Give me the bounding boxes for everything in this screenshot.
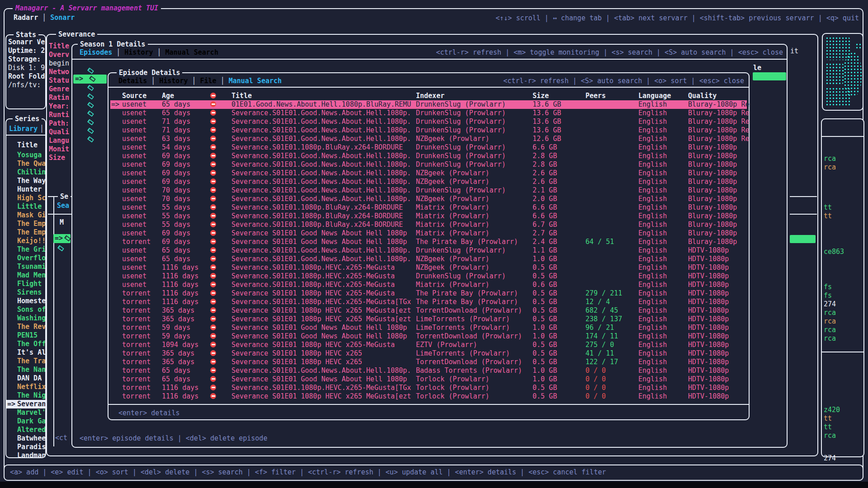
series-item[interactable]: Sons of <box>17 305 45 314</box>
release-row[interactable]: torrent1116 daysSeverance.S01E01.1080p.H… <box>108 384 750 392</box>
release-quality: Bluray-1080p Re <box>688 117 749 126</box>
series-item[interactable]: Chillin <box>17 168 45 177</box>
release-title: Severance.S01E01.Good.News.About.Hell.10… <box>231 366 411 375</box>
series-item[interactable]: PEN15 <box>17 331 38 340</box>
release-row[interactable]: usenet69 daysSeverance.S01E01.Good.News.… <box>108 160 750 169</box>
release-row[interactable]: usenet1116 daysSeverance.S01E01.1080p.HE… <box>108 281 750 289</box>
release-row[interactable]: usenet1116 daysSeverance.S01E01.1080p.HE… <box>108 263 750 272</box>
release-row[interactable]: usenet70 daysSeverance.S01E01.Good.News.… <box>108 186 750 195</box>
release-row[interactable]: usenet65 daysSeverance.S01E01.Good.News.… <box>108 255 750 263</box>
series-item[interactable]: Sirens <box>17 288 42 297</box>
series-item[interactable]: The Emp <box>17 228 45 237</box>
release-row[interactable]: torrent1116 daysSeverance S01E01 1080p H… <box>108 289 750 298</box>
release-row[interactable]: torrent69 daysSeverance S01E01 Good News… <box>108 238 750 246</box>
release-indexer: NZBgeek (Prowlarr) <box>416 255 490 263</box>
release-row[interactable]: usenet71 daysSeverance.S01E01.Good.News.… <box>108 117 750 126</box>
column-header: Age <box>162 92 174 100</box>
release-language: English <box>638 178 667 186</box>
release-row[interactable]: torrent365 daysSeverance S01E01 1080p HE… <box>108 349 750 358</box>
series-item[interactable]: Flight <box>17 280 42 288</box>
release-row[interactable]: torrent1116 daysSeverance.S01E01.1080p.H… <box>108 298 750 306</box>
series-item[interactable]: Keijo!! <box>17 237 45 245</box>
release-row[interactable]: usenet65 daysSeverance.S01E01.Good.News.… <box>108 109 750 117</box>
release-row[interactable]: torrent65 daysSeverance S01E01 Good News… <box>108 375 750 384</box>
series-item[interactable]: Hunter <box>17 185 42 194</box>
series-item[interactable]: The Nan <box>17 366 45 374</box>
release-row[interactable]: usenet55 daysSeverance.S01E01.1080p.BluR… <box>108 212 750 221</box>
series-item[interactable]: The Emp <box>17 220 45 228</box>
tab-season-history[interactable]: History <box>124 48 153 57</box>
release-row[interactable]: usenet69 daysSeverance.S01E01.Good.News.… <box>108 178 750 186</box>
release-age: 69 days <box>162 178 190 186</box>
release-row[interactable]: torrent1094 daysSeverance S01E01 1080p H… <box>108 341 750 349</box>
tab-episodes[interactable]: Episodes <box>80 48 112 57</box>
release-row[interactable]: torrent365 daysSeverance S01E01 1080p HE… <box>108 315 750 324</box>
series-item[interactable]: Dark Ga <box>17 417 45 426</box>
release-row[interactable]: usenet69 daysSeverance.S01E01.Good.News.… <box>108 152 750 160</box>
release-quality: Bluray-1080p <box>688 195 737 203</box>
series-item[interactable]: Overflo <box>17 254 45 263</box>
release-indexer: Miatrix (Prowlarr) <box>416 229 490 238</box>
release-language: English <box>638 272 667 281</box>
series-item[interactable]: The Way <box>17 177 45 185</box>
tab-library[interactable]: Library <box>9 125 38 133</box>
selected-episode-row[interactable]: => <box>73 75 107 84</box>
series-item[interactable]: The Tra <box>17 357 45 366</box>
series-item[interactable]: Little <box>17 202 42 211</box>
release-row[interactable]: usenet65 daysSeverance.S01E01.Good.News.… <box>108 246 750 255</box>
series-item[interactable]: The Gri <box>17 245 45 254</box>
logo-panel <box>822 33 863 111</box>
release-age: 69 days <box>162 160 190 169</box>
series-item-selected[interactable]: =>Severan <box>6 400 45 408</box>
release-row[interactable]: usenet71 daysSeverance.S01E01.Good.News.… <box>108 126 750 135</box>
release-row[interactable]: =>usenet65 days01E01.Good.News.About.Hel… <box>108 100 750 109</box>
series-item[interactable]: Washing <box>17 314 45 323</box>
stats-title: Stats <box>14 31 38 39</box>
tab-season-manual-search[interactable]: Manual Search <box>165 48 218 57</box>
series-item[interactable]: Tsunami <box>17 263 45 271</box>
release-row[interactable]: torrent365 daysSeverance S01E01 1080p HE… <box>108 306 750 315</box>
release-size: 0.5 GB <box>533 272 557 281</box>
release-row[interactable]: torrent65 daysSeverance.S01E01.Good.News… <box>108 366 750 375</box>
release-row[interactable]: torrent59 daysSeverance S01E01 Good News… <box>108 332 750 341</box>
release-source: torrent <box>122 341 151 349</box>
release-row[interactable]: usenet54 daysSeverance.S01E01.1080p.BluR… <box>108 143 750 152</box>
series-item[interactable]: The Off <box>17 340 45 348</box>
tab-sonarr[interactable]: Sonarr <box>50 14 75 22</box>
series-item[interactable]: The Qwa <box>17 160 45 168</box>
release-row[interactable]: torrent59 daysSeverance S01E01 Good News… <box>108 324 750 332</box>
series-item[interactable]: The Rev <box>17 323 45 331</box>
release-row[interactable]: usenet55 daysSeverance.S01E01.1080p.BluR… <box>108 203 750 212</box>
series-item[interactable]: Mad Men <box>17 271 45 280</box>
release-row[interactable]: usenet69 daysSeverance S01E01 Good News … <box>108 229 750 238</box>
tag-icon <box>87 101 95 109</box>
series-item[interactable]: DAN DA <box>17 374 42 383</box>
release-row[interactable]: usenet1116 daysSeverance.S01E01.1080p.HE… <box>108 272 750 281</box>
release-row[interactable]: usenet63 daysSeverance.S01E01.Good.News.… <box>108 135 750 143</box>
series-item[interactable]: Yosuga <box>17 151 42 160</box>
series-item[interactable]: Marvel' <box>17 408 45 417</box>
release-row[interactable]: torrent365 daysSeverance S01E01 1080p HE… <box>108 358 750 366</box>
release-row[interactable]: usenet70 daysSeverance.S01E01.Good.News.… <box>108 195 750 203</box>
release-indexer: Torlock (Prowlarr) <box>416 375 490 384</box>
release-size: 0.5 GB <box>533 392 557 401</box>
selected-season-row[interactable]: => <box>53 234 71 243</box>
series-item[interactable]: Landman <box>17 451 45 457</box>
release-row[interactable]: usenet55 daysSeverance.S01E01.1080p.BluR… <box>108 221 750 229</box>
series-item[interactable]: Paradis <box>17 443 45 451</box>
release-title: Severance.S01E01.1080p.BluRay.x264-BORDU… <box>231 143 403 152</box>
series-item[interactable]: High Sc <box>17 194 45 202</box>
release-row[interactable]: torrent1116 daysSeverance S01E01 1080p H… <box>108 392 750 401</box>
series-item[interactable]: It's Al <box>17 348 45 357</box>
release-peers: 275 / 0 <box>585 341 614 349</box>
release-row[interactable]: usenet69 daysSeverance.S01E01.Good.News.… <box>108 169 750 178</box>
tab-radarr[interactable]: Radarr <box>14 14 38 22</box>
seasons-tab-fragment[interactable]: Sea <box>57 202 69 210</box>
series-item[interactable]: Homeste <box>17 297 45 305</box>
series-item[interactable]: Batwhee <box>17 434 45 443</box>
series-item[interactable]: Mask Gi <box>17 211 45 220</box>
series-item[interactable]: Altered <box>17 426 45 434</box>
series-item[interactable]: Netflix <box>17 383 45 391</box>
series-item[interactable]: The Nig <box>17 391 45 400</box>
release-size: 0.5 GB <box>533 349 557 358</box>
